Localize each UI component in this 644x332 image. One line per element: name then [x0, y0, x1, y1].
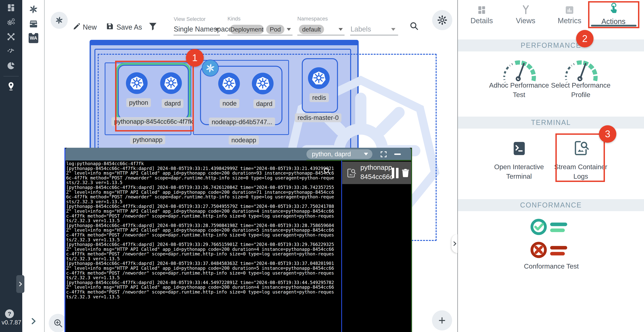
rail-divider: [44, 0, 45, 332]
search-icon[interactable]: [409, 21, 419, 31]
wa-notch: [32, 33, 35, 35]
log-first-line: log:pythonapp-8454cc66c-4f7fk: [66, 161, 334, 166]
select-performance-profile-button[interactable]: Select Performance Profile: [549, 80, 613, 99]
deployment-label-pythonapp: pythonapp: [130, 135, 165, 144]
view-selector-value[interactable]: Single Namespace: [174, 25, 232, 33]
gauge-icon[interactable]: [562, 57, 600, 83]
wasm-wa-icon[interactable]: WA: [29, 33, 38, 43]
tab-title-line1: pythonapp-: [360, 164, 394, 171]
annotation-badge-2: 2: [576, 30, 594, 47]
kind-chip-deployment[interactable]: Deployment: [230, 25, 264, 34]
filter-funnel-icon[interactable]: [148, 22, 158, 31]
kanvas-location-pin-icon[interactable]: [6, 82, 16, 91]
kind-chip-pod[interactable]: Pod: [266, 25, 284, 34]
kinds-underline: [228, 35, 292, 35]
section-header-terminal: TERMINAL: [458, 117, 644, 129]
tab-views[interactable]: Views: [508, 17, 543, 25]
container-label-node: node: [220, 99, 239, 108]
container-selector-value: python, daprd: [312, 150, 351, 158]
log-pane[interactable]: log:pythonapp-8454cc66c-4f7fk [pythonapp…: [66, 161, 341, 331]
namespaces-caret-icon[interactable]: [338, 28, 343, 31]
fullscreen-icon[interactable]: [380, 150, 388, 158]
container-label-daprd: daprd: [254, 99, 275, 108]
rail-expand-chevron[interactable]: [29, 317, 37, 325]
kubernetes-container-icon[interactable]: [252, 73, 274, 94]
pod-name-label: nodeapp-d64b5747...: [209, 118, 275, 126]
inbox-icon[interactable]: [29, 19, 38, 29]
kubernetes-container-icon[interactable]: [218, 73, 240, 94]
terminal-pane-divider: [341, 160, 342, 332]
pinwheel-icon: [205, 62, 216, 74]
secondary-rail: WA: [22, 0, 45, 332]
labels-underline: [350, 35, 398, 35]
performance-speedometer-icon[interactable]: [6, 46, 16, 55]
open-interactive-terminal-button[interactable]: Open Interactive Terminal: [487, 162, 551, 181]
namespace-chip-default[interactable]: default: [299, 25, 324, 34]
spiral-logo-icon[interactable]: [28, 4, 39, 14]
annotation-rect-3: [556, 133, 605, 182]
dapr-swirl-icon[interactable]: [202, 59, 219, 77]
magnifier-cursor-icon: [323, 167, 331, 175]
dropdown-caret-icon: [364, 153, 368, 155]
terminal-icon[interactable]: [511, 140, 528, 157]
views-branch-icon[interactable]: [520, 4, 531, 15]
conformance-test-button[interactable]: Conformance Test: [513, 261, 590, 271]
pinwheel-icon: [54, 16, 64, 25]
kinds-caret-icon[interactable]: [287, 28, 291, 31]
container-label-redis: redis: [310, 93, 329, 102]
tab-metrics[interactable]: Metrics: [552, 17, 587, 25]
help-button[interactable]: ?: [5, 309, 14, 318]
annotation-rect-1: [115, 61, 194, 131]
adhoc-performance-test-button[interactable]: Adhoc Performance Test: [487, 80, 551, 99]
gear-icon: [437, 15, 448, 25]
labels-filter-input[interactable]: Labels: [350, 25, 371, 33]
section-header-conformance: CONFORMANCE: [458, 199, 644, 211]
version-label: v0.7.87: [0, 319, 23, 326]
view-selector-caret-icon[interactable]: [215, 28, 219, 31]
minimize-icon[interactable]: [394, 154, 401, 155]
settings-gears-icon[interactable]: [6, 17, 16, 27]
panel-expand-chevron[interactable]: [452, 234, 458, 253]
kinds-label: Kinds: [228, 16, 241, 22]
mesh-pie-icon[interactable]: [6, 61, 16, 70]
operator-spiral-button[interactable]: [51, 12, 68, 29]
tab-details[interactable]: Details: [464, 17, 499, 25]
conformance-checklist-icon[interactable]: [528, 216, 575, 262]
right-panel: Details Views Metrics Actions PERFORMANC…: [458, 0, 644, 332]
trash-icon[interactable]: [400, 167, 411, 179]
pause-icon[interactable]: [392, 168, 394, 178]
dashboard-icon[interactable]: [6, 3, 16, 12]
log-terminal-window: python, daprd log:pythonapp-8454cc66c-4f…: [64, 148, 412, 332]
plus-icon: +: [438, 313, 446, 328]
tools-wrench-icon[interactable]: [6, 32, 16, 41]
save-as-button[interactable]: Save As: [116, 23, 142, 31]
help-glyph: ?: [8, 311, 11, 317]
view-selector-underline: [174, 35, 220, 35]
section-header-performance: PERFORMANCE: [458, 39, 644, 51]
pod-name-label: redis-master-0: [295, 113, 342, 122]
gauge-icon[interactable]: [500, 57, 538, 83]
deployment-label-nodeapp: nodeapp: [229, 136, 259, 145]
add-node-fab-button[interactable]: +: [432, 310, 452, 331]
pencil-icon[interactable]: [72, 22, 81, 31]
wa-label: WA: [30, 35, 37, 41]
terminal-green-edge: [306, 160, 412, 161]
container-selector-dropdown[interactable]: python, daprd: [306, 149, 372, 159]
kubernetes-container-icon[interactable]: [308, 67, 330, 89]
log-stream-tab[interactable]: pythonapp- 8454cc66c: [342, 162, 411, 184]
log-search-icon: [346, 167, 357, 179]
annotation-badge-1: 1: [186, 49, 204, 67]
sidebar-collapse-chevron[interactable]: [16, 275, 24, 293]
sidebar-divider: [4, 76, 19, 77]
settings-button[interactable]: [432, 10, 452, 30]
metrics-bar-chart-icon[interactable]: [564, 5, 574, 15]
tab-title-line2: 8454cc66c: [360, 173, 393, 181]
save-floppy-icon[interactable]: [106, 22, 114, 31]
labels-caret-icon[interactable]: [391, 28, 396, 31]
pause-icon[interactable]: [396, 168, 398, 178]
chevron-right-icon: [18, 281, 23, 287]
new-button[interactable]: New: [83, 23, 97, 31]
chevron-right-icon: [452, 241, 458, 247]
details-grid-icon[interactable]: [477, 5, 487, 15]
view-selector-label: View Selector: [174, 16, 206, 22]
